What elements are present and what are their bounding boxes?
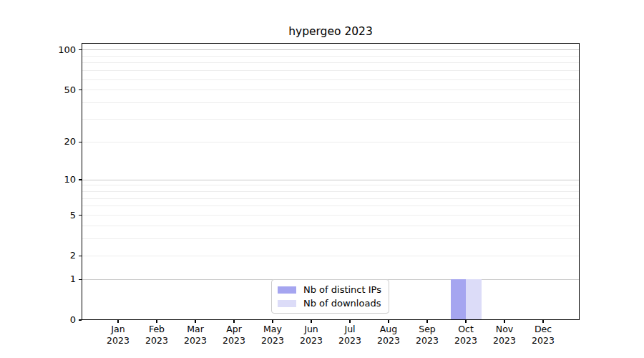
y-tick-mark xyxy=(79,49,82,50)
legend-row: Nb of distinct IPs xyxy=(278,284,381,295)
y-tick-label: 1 xyxy=(0,274,76,285)
y-tick-label: 20 xyxy=(0,136,76,147)
x-tick-mark xyxy=(311,320,311,323)
legend: Nb of distinct IPsNb of downloads xyxy=(271,279,389,314)
y-tick-mark xyxy=(79,215,82,216)
x-tick-mark xyxy=(233,320,234,323)
legend-row: Nb of downloads xyxy=(278,298,381,309)
gridline-minor xyxy=(82,198,580,199)
y-tick-label: 10 xyxy=(0,174,76,185)
gridline-minor xyxy=(82,256,580,256)
gridline-minor xyxy=(82,56,580,57)
legend-swatch-icon xyxy=(278,300,296,307)
gridline-major xyxy=(82,180,580,180)
legend-label: Nb of distinct IPs xyxy=(303,284,381,295)
x-tick-mark xyxy=(504,320,504,323)
plot-area: Nb of distinct IPsNb of downloads xyxy=(82,43,580,320)
legend-swatch-icon xyxy=(278,286,296,294)
gridline-minor xyxy=(82,119,580,120)
x-tick-mark xyxy=(465,320,466,323)
chart-figure: hypergeo 2023 Nb of distinct IPsNb of do… xyxy=(0,0,644,358)
bar-distinct-ips xyxy=(451,279,467,320)
y-tick-mark xyxy=(79,90,82,90)
gridline-minor xyxy=(82,191,580,192)
y-tick-label: 2 xyxy=(0,250,76,261)
x-tick-mark xyxy=(426,320,427,323)
bar-downloads xyxy=(466,279,482,320)
y-tick-label: 50 xyxy=(0,84,76,96)
y-tick-mark xyxy=(79,179,82,180)
gridline-minor xyxy=(82,142,580,142)
x-tick-label: Dec2023 xyxy=(514,324,572,347)
y-tick-mark xyxy=(79,279,82,280)
chart-title: hypergeo 2023 xyxy=(82,25,580,38)
gridline-minor xyxy=(82,79,580,80)
gridline-minor xyxy=(82,238,580,239)
gridline-major xyxy=(82,49,580,50)
gridline-minor xyxy=(82,70,580,71)
x-tick-mark xyxy=(388,320,389,323)
y-tick-mark xyxy=(79,256,82,256)
y-tick-label: 5 xyxy=(0,210,76,221)
x-tick-mark xyxy=(195,320,195,323)
x-tick-mark xyxy=(117,320,118,323)
gridline-minor xyxy=(82,226,580,226)
y-tick-label: 0 xyxy=(0,314,76,326)
gridline-minor xyxy=(82,90,580,90)
legend-label: Nb of downloads xyxy=(303,298,381,309)
gridline-minor xyxy=(82,102,580,103)
x-tick-mark xyxy=(349,320,350,323)
x-tick-mark xyxy=(272,320,273,323)
y-tick-mark xyxy=(79,142,82,142)
y-tick-label: 100 xyxy=(0,44,76,56)
gridline-minor xyxy=(82,185,580,185)
y-tick-mark xyxy=(79,319,82,320)
x-tick-mark xyxy=(156,320,157,323)
gridline-minor xyxy=(82,62,580,63)
gridline-minor xyxy=(82,205,580,206)
x-tick-mark xyxy=(542,320,543,323)
gridline-minor xyxy=(82,215,580,216)
